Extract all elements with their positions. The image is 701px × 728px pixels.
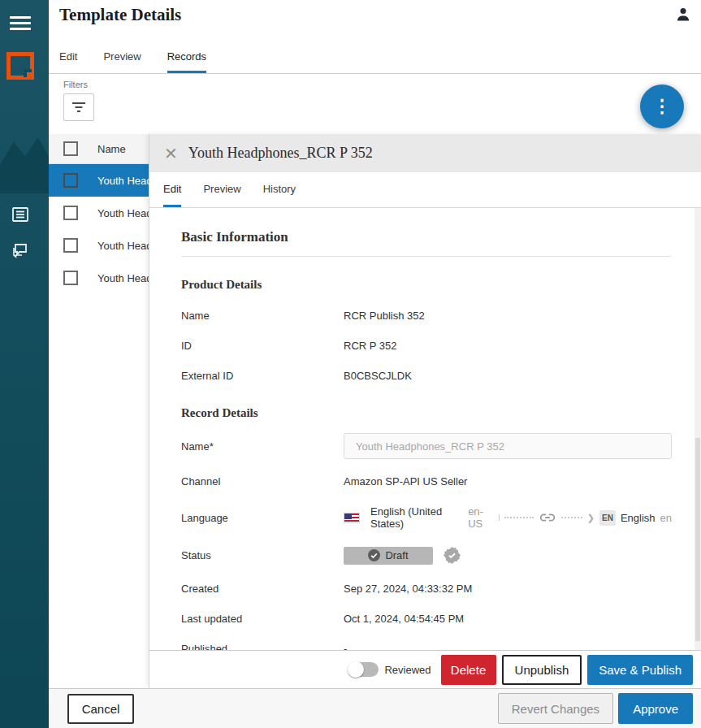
record-name: Youth Headphones_RCR P 352 xyxy=(97,240,149,252)
row-checkbox[interactable] xyxy=(63,271,78,285)
list-item[interactable]: Youth Headphones_RCR P 352 xyxy=(49,164,149,197)
record-name: Youth Headphones_RCR P 352 xyxy=(97,272,149,284)
field-label: Published xyxy=(181,643,344,650)
field-label: Last updated xyxy=(181,613,344,625)
field-row-status: Status Draft xyxy=(181,546,672,565)
field-label: Created xyxy=(181,583,344,595)
record-action-bar: Reviewed Delete Unpublish Save & Publish xyxy=(149,650,701,688)
field-row-created: Created Sep 27, 2024, 04:33:32 PM xyxy=(181,583,672,595)
field-row-last-updated: Last updated Oct 1, 2024, 04:54:45 PM xyxy=(181,613,672,625)
filter-button[interactable] xyxy=(63,93,94,121)
row-checkbox[interactable] xyxy=(63,238,78,253)
language-source-code: en-US xyxy=(468,505,494,530)
verified-seal-icon xyxy=(443,546,461,565)
close-icon[interactable]: ✕ xyxy=(164,145,178,162)
field-label: External ID xyxy=(181,370,344,382)
main-area: Template Details Edit Preview Records Fi… xyxy=(49,0,701,728)
field-label: Channel xyxy=(181,475,344,488)
hamburger-menu-icon[interactable] xyxy=(10,16,31,31)
tab-preview[interactable]: Preview xyxy=(103,42,141,73)
save-publish-button[interactable]: Save & Publish xyxy=(587,655,693,685)
field-value: B0CBSCJLDK xyxy=(344,370,412,382)
page-title: Template Details xyxy=(59,5,181,25)
status-badge[interactable]: Draft xyxy=(344,547,433,565)
filter-icon xyxy=(71,102,86,113)
field-label: Language xyxy=(181,512,344,524)
sidebar xyxy=(0,0,49,728)
record-tab-history[interactable]: History xyxy=(263,172,296,207)
row-checkbox[interactable] xyxy=(63,206,78,220)
record-tabs: Edit Preview History xyxy=(149,172,701,208)
delete-button[interactable]: Delete xyxy=(441,655,496,685)
list-icon xyxy=(11,205,30,224)
status-value: Draft xyxy=(385,549,408,561)
connector-tick xyxy=(499,514,500,521)
list-item[interactable]: Youth Headphones_RCR P 352 xyxy=(49,229,149,262)
top-header: Template Details xyxy=(49,0,701,42)
check-circle-icon xyxy=(368,549,380,561)
chevron-right-icon: ❯ xyxy=(587,512,595,524)
reviewed-toggle[interactable] xyxy=(349,662,379,677)
scrollbar-thumb[interactable] xyxy=(695,438,700,641)
language-source-name: English (United States) xyxy=(370,505,463,530)
field-row-published: Published - xyxy=(181,643,672,650)
connector-dotted-line xyxy=(504,517,534,518)
approve-button[interactable]: Approve xyxy=(618,693,693,724)
field-value: Sep 27, 2024, 04:33:32 PM xyxy=(344,583,472,595)
field-label: Status xyxy=(181,549,344,561)
section-divider xyxy=(181,256,672,257)
language-target-name: English xyxy=(621,512,656,524)
sidebar-item-messages[interactable] xyxy=(11,240,30,260)
product-details-heading: Product Details xyxy=(181,278,672,292)
list-item[interactable]: Youth Headphones_RCR P 352 xyxy=(49,197,149,229)
revert-changes-button[interactable]: Revert Changes xyxy=(498,693,613,724)
row-checkbox[interactable] xyxy=(63,173,78,188)
brand-logo[interactable] xyxy=(6,52,34,80)
field-value: - xyxy=(344,643,347,650)
reviewed-label: Reviewed xyxy=(384,664,431,676)
field-label: ID xyxy=(181,340,344,352)
tab-records[interactable]: Records xyxy=(167,42,206,73)
name-column-header: Name xyxy=(97,143,126,155)
record-title: Youth Headphones_RCR P 352 xyxy=(188,145,373,162)
field-row-external-id: External ID B0CBSCJLDK xyxy=(181,370,672,382)
filters-row: Filters xyxy=(49,74,701,134)
language-mapping: English (United States) en-US ❯ EN Engli xyxy=(344,505,672,530)
connector-dotted-line xyxy=(561,517,582,518)
record-name: Youth Headphones_RCR P 352 xyxy=(97,175,149,187)
record-panel-header: ✕ Youth Headphones_RCR P 352 xyxy=(149,134,701,172)
language-target-code: en xyxy=(660,512,672,524)
record-panel-body: Basic Information Product Details Name R… xyxy=(149,208,695,650)
tab-edit[interactable]: Edit xyxy=(59,42,77,73)
cancel-button[interactable]: Cancel xyxy=(67,694,134,724)
field-value: Oct 1, 2024, 04:54:45 PM xyxy=(344,613,464,625)
unpublish-button[interactable]: Unpublish xyxy=(502,655,582,685)
language-target-abbr: EN xyxy=(599,510,616,526)
records-list: Name Youth Headphones_RCR P 352 Youth He… xyxy=(49,134,149,688)
field-value: RCR Publish 352 xyxy=(344,310,425,322)
field-label: Name xyxy=(181,310,344,322)
field-value: RCR P 352 xyxy=(344,340,397,352)
field-label: Name* xyxy=(181,440,344,453)
field-row-channel: Channel Amazon SP-API US Seller xyxy=(181,475,672,488)
record-tab-preview[interactable]: Preview xyxy=(203,172,240,207)
select-all-checkbox[interactable] xyxy=(63,141,78,156)
record-name: Youth Headphones_RCR P 352 xyxy=(97,207,149,219)
chat-icon xyxy=(11,240,30,260)
list-item[interactable]: Youth Headphones_RCR P 352 xyxy=(49,262,149,294)
toggle-knob xyxy=(348,661,364,678)
sidebar-background-image xyxy=(0,122,49,193)
more-actions-fab[interactable]: ⋮ xyxy=(640,84,684,128)
app-window: Template Details Edit Preview Records Fi… xyxy=(0,0,701,728)
record-tab-edit[interactable]: Edit xyxy=(163,172,181,207)
record-name-input[interactable] xyxy=(344,433,672,459)
sidebar-item-records[interactable] xyxy=(11,205,30,224)
record-details-heading: Record Details xyxy=(181,406,672,420)
template-tabs: Edit Preview Records xyxy=(49,42,701,74)
field-row-id: ID RCR P 352 xyxy=(181,340,672,352)
kebab-icon: ⋮ xyxy=(653,98,671,115)
basic-information-heading: Basic Information xyxy=(181,229,672,245)
user-avatar-icon[interactable] xyxy=(675,6,691,23)
link-icon xyxy=(539,509,556,526)
record-detail-panel: ✕ Youth Headphones_RCR P 352 Edit Previe… xyxy=(149,134,701,688)
